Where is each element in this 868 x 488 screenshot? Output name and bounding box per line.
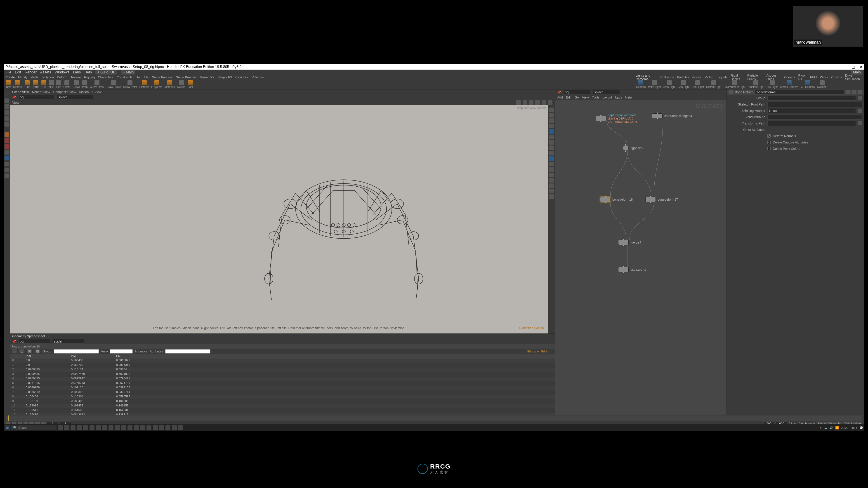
shelf-tool[interactable]: Spot Light (692, 80, 704, 89)
shelf-tool[interactable]: Sphere (13, 80, 22, 89)
table-row[interactable]: 00.00.1634530.0815075 (10, 359, 555, 363)
deform-normals-checkbox[interactable] (767, 134, 771, 138)
menu-help[interactable]: Help (84, 70, 92, 74)
app-icon[interactable] (83, 425, 88, 430)
desktop-selector-1[interactable]: + Build_UH (95, 70, 117, 74)
shelf-tab[interactable]: Drive Simulation (845, 74, 863, 81)
app-icon[interactable] (77, 425, 82, 430)
vp-btn-icon[interactable] (523, 100, 527, 105)
view-input[interactable] (110, 349, 133, 354)
timeline-track[interactable] (6, 416, 862, 421)
app-icon[interactable] (147, 425, 151, 430)
shelf-tool[interactable]: Tube (24, 80, 30, 89)
shelf-tab[interactable]: Characters (98, 75, 113, 79)
shelf-tab[interactable]: Guide Process (152, 75, 173, 79)
tool8-icon[interactable] (4, 173, 9, 178)
net-menu-view[interactable]: View (582, 96, 589, 99)
vp-btn-icon[interactable] (535, 100, 540, 105)
app-icon[interactable] (172, 425, 177, 430)
table-row[interactable]: 50.02619160.07587430.0671721 (10, 381, 555, 386)
tray-icon[interactable]: ☁ (824, 426, 827, 429)
scale-tool-icon[interactable] (4, 122, 9, 127)
clock[interactable]: 20:23 (841, 426, 848, 429)
shelf-tab[interactable]: Wires (820, 75, 828, 79)
shelf-tool[interactable]: Torus (33, 80, 39, 89)
node-merge4[interactable]: merge4 (618, 240, 641, 245)
shelf-tool[interactable]: Sweep (177, 80, 185, 89)
tray-icon[interactable]: 🔊 (829, 426, 833, 429)
shelf-tab[interactable]: Liquids (717, 75, 727, 79)
shelf-tool[interactable]: Null (49, 80, 54, 89)
network-canvas[interactable]: Geometry capturepackedge (555, 100, 726, 415)
shelf-tool[interactable]: Line (56, 80, 61, 89)
pin-icon[interactable]: 📌 (12, 339, 16, 343)
shelf-tool[interactable]: Grid (41, 80, 46, 89)
tray-icon[interactable]: 📶 (835, 426, 839, 429)
tool4-icon[interactable] (4, 150, 9, 155)
ss-path-spider[interactable] (52, 339, 84, 344)
net-menu-labs[interactable]: Labs (615, 96, 622, 99)
shelf-tool[interactable]: Font (188, 80, 193, 89)
shelf-tab[interactable]: Texture (70, 75, 81, 79)
taskview-icon[interactable] (58, 425, 63, 430)
rv-icon[interactable] (549, 162, 554, 166)
tool6-icon[interactable] (4, 162, 9, 166)
shelf-tab[interactable]: Vellum (705, 75, 714, 79)
tool5-icon[interactable] (4, 156, 9, 160)
shelf-tool[interactable]: Circle (63, 80, 70, 89)
shelf-tool[interactable]: Point Light (648, 80, 661, 89)
shelf-tab[interactable]: Volumes (252, 75, 264, 79)
table-row[interactable]: 10.00.1637030.0816368 (10, 363, 555, 367)
rv-icon[interactable] (549, 167, 554, 172)
snap-tool-icon[interactable] (4, 132, 9, 137)
menu-edit[interactable]: Edit (15, 70, 21, 74)
shelf-tab[interactable]: Modify (18, 75, 27, 79)
3d-viewport[interactable]: drop cam New camera (10, 105, 548, 333)
shelf-tool[interactable]: Curve (72, 80, 80, 89)
group-input[interactable] (767, 96, 856, 101)
table-row[interactable]: 120.1954360.08436120.138717 (10, 413, 555, 415)
tool7-icon[interactable] (4, 168, 9, 172)
app-icon[interactable] (90, 425, 94, 430)
vp-btn-icon[interactable] (529, 100, 533, 105)
menu-file[interactable]: File (5, 70, 11, 74)
desktop-selector-2[interactable]: + Main (121, 70, 135, 74)
rv-icon[interactable] (549, 156, 554, 161)
menu-labs[interactable]: Labs (73, 70, 81, 74)
vp-btn-icon[interactable] (516, 100, 521, 105)
tool3-icon[interactable] (4, 144, 9, 149)
shelf-tool[interactable]: Curve Draw (90, 80, 104, 89)
net-path-spider[interactable] (593, 90, 620, 94)
select-tool-icon[interactable] (4, 104, 9, 109)
delete-colors-checkbox[interactable] (767, 147, 771, 150)
shelf-tool[interactable]: Environment Light (723, 80, 745, 89)
shelf-tab[interactable]: Simple FX (217, 75, 232, 79)
shelf-tool[interactable]: Spray Paint (123, 80, 137, 89)
table-row[interactable]: 30.02094850.09974490.6031892 (10, 372, 555, 377)
table-row[interactable]: 80.1064060.1103040.0596595 (10, 395, 555, 399)
shelf-tab[interactable]: Create (5, 75, 15, 79)
app-icon[interactable] (102, 425, 107, 430)
camera-selector[interactable]: drop cam New camera (517, 106, 547, 109)
shelf-tab[interactable]: Cloud FX (235, 75, 248, 79)
transforms-input[interactable] (767, 121, 856, 126)
rv-icon[interactable] (549, 140, 554, 144)
spreadsheet-tab[interactable]: Geometry Spreadsheet (12, 334, 45, 338)
net-menu-tools[interactable]: Tools (592, 96, 599, 99)
shelf-tab[interactable]: Particle Fluids (747, 74, 763, 81)
pin-icon[interactable]: 📌 (12, 95, 16, 99)
points-mode-icon[interactable]: ⬨ (12, 349, 17, 353)
table-row[interactable]: 70.08655190.1023930.0300714 (10, 390, 555, 395)
close-icon[interactable]: ✕ (860, 65, 863, 69)
skeleton-input[interactable] (767, 102, 862, 107)
rv-icon[interactable] (549, 107, 554, 112)
shelf-tab[interactable]: Pyro FX (798, 74, 807, 81)
shelf-tab[interactable]: Model (31, 75, 39, 79)
vp-btn-icon[interactable] (548, 100, 553, 105)
prims-mode-icon[interactable]: ▣ (27, 349, 32, 353)
app-icon[interactable] (96, 425, 101, 430)
shelf-tab[interactable]: Terrain FX (200, 75, 215, 79)
app-icon[interactable] (140, 425, 145, 430)
app-icon[interactable] (159, 425, 164, 430)
date[interactable]: 2024 (850, 426, 857, 429)
